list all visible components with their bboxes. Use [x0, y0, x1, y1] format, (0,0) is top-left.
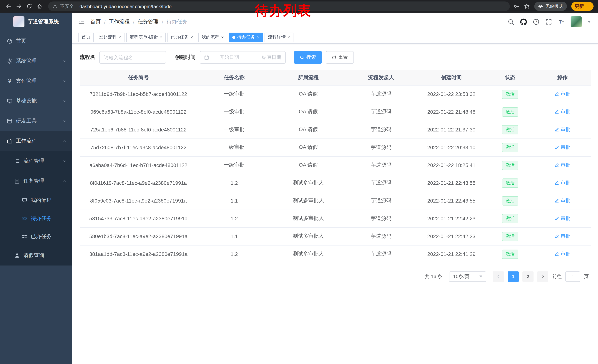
cell-status: 激活 — [486, 103, 534, 121]
tab-process-form-edit[interactable]: 流程表单-编辑 × — [126, 32, 166, 42]
sidebar-item-done-task[interactable]: 已办任务 — [0, 227, 72, 245]
date-range-separator: - — [250, 55, 251, 60]
page-button-2[interactable]: 2 — [523, 271, 533, 282]
close-icon[interactable]: × — [191, 35, 193, 40]
calendar-icon — [204, 55, 209, 60]
table-row: 8f059c03-7ac8-11ec-a9e2-a2380e71991a 1.1… — [80, 192, 590, 210]
cell-initiator: 芋道源码 — [345, 210, 417, 227]
sidebar-item-devtools[interactable]: 研发工具 — [0, 111, 72, 131]
star-icon[interactable] — [524, 3, 530, 9]
omnibox-divider — [76, 4, 77, 9]
tab-my-process[interactable]: 我的流程 × — [198, 32, 227, 42]
next-page-button[interactable] — [537, 271, 548, 282]
app-shell: 芋道管理系统 首页 系统管理 ¥ 支付管理 — [0, 13, 598, 364]
edit-icon — [555, 198, 559, 203]
chevron-down-icon — [63, 99, 67, 103]
reset-button[interactable]: 重置 — [326, 51, 354, 64]
sidebar-menu: 首页 系统管理 ¥ 支付管理 基础设施 — [0, 31, 72, 266]
cell-created: 2022-01-22 18:25:41 — [417, 156, 486, 174]
avatar-chevron-down-icon[interactable] — [588, 21, 590, 23]
forward-icon — [16, 3, 22, 9]
back-button[interactable] — [4, 1, 13, 11]
sidebar-item-task-mgmt[interactable]: 任务管理 — [0, 171, 72, 191]
approve-link[interactable]: 审批 — [555, 197, 570, 204]
kebab-menu-icon[interactable] — [586, 4, 590, 8]
column-header-process: 所属流程 — [271, 70, 345, 85]
cell-status: 激活 — [486, 85, 534, 103]
cell-status: 激活 — [486, 192, 534, 210]
update-button[interactable]: 更新 — [571, 2, 594, 11]
date-range-picker[interactable]: 开始日期 - 结束日期 — [200, 51, 286, 64]
logo-avatar — [13, 16, 25, 27]
tab-process-detail[interactable]: 流程详情 × — [265, 32, 293, 42]
app-title: 芋道管理系统 — [28, 18, 59, 25]
reload-button[interactable] — [25, 1, 34, 11]
sidebar-collapse-button[interactable] — [78, 18, 85, 25]
cell-created: 2022-01-21 22:43:55 — [417, 174, 486, 192]
page-button-1[interactable]: 1 — [507, 271, 519, 282]
sidebar-item-home[interactable]: 首页 — [0, 31, 72, 51]
sidebar-item-process-mgmt[interactable]: 流程管理 — [0, 151, 72, 171]
sidebar-item-system[interactable]: 系统管理 — [0, 51, 72, 71]
app-logo[interactable]: 芋道管理系统 — [0, 13, 72, 31]
cell-task-name: 1.2 — [197, 210, 271, 227]
cell-task-name: 1.1 — [197, 192, 271, 210]
font-size-icon[interactable]: TT — [558, 18, 565, 25]
sidebar-item-leave-query[interactable]: 请假查询 — [0, 245, 72, 266]
close-icon[interactable]: × — [119, 35, 121, 40]
top-navbar: 首页 / 工作流程 / 任务管理 / 待办任务 ? TT — [72, 13, 598, 31]
home-button[interactable] — [35, 1, 44, 11]
breadcrumb-task-mgmt[interactable]: 任务管理 — [138, 18, 158, 25]
approve-link[interactable]: 审批 — [555, 126, 570, 133]
approve-link[interactable]: 审批 — [555, 180, 570, 186]
chevron-up-icon — [63, 139, 67, 143]
sidebar-item-payment[interactable]: ¥ 支付管理 — [0, 71, 72, 91]
cell-process: OA 请假 — [271, 85, 345, 103]
tab-done-task[interactable]: 已办任务 × — [167, 32, 196, 42]
breadcrumb-separator: / — [133, 19, 134, 25]
column-header-task-id: 任务编号 — [80, 70, 197, 85]
list-icon — [14, 158, 20, 164]
breadcrumb-workflow[interactable]: 工作流程 — [109, 18, 130, 25]
search-button[interactable]: 搜索 — [294, 51, 322, 64]
cell-initiator: 芋道源码 — [345, 85, 417, 103]
monitor-icon — [7, 98, 13, 104]
prev-page-button[interactable] — [493, 271, 504, 282]
approve-link[interactable]: 审批 — [555, 233, 570, 240]
key-icon[interactable] — [514, 3, 519, 9]
sidebar: 芋道管理系统 首页 系统管理 ¥ 支付管理 — [0, 13, 72, 364]
sidebar-item-workflow[interactable]: 工作流程 — [0, 131, 72, 151]
tab-home[interactable]: 首页 — [78, 32, 94, 42]
table-row: 069c6a63-7b8a-11ec-8ef0-acde48001122 一级审… — [80, 103, 590, 121]
approve-link[interactable]: 审批 — [555, 108, 570, 115]
page-size-select[interactable]: 10条/页 — [449, 271, 486, 282]
user-avatar[interactable] — [571, 16, 582, 27]
close-icon[interactable]: × — [160, 35, 162, 40]
approve-link[interactable]: 审批 — [555, 162, 570, 169]
help-icon[interactable]: ? — [533, 18, 540, 25]
approve-link[interactable]: 审批 — [555, 91, 570, 97]
fullscreen-icon[interactable] — [545, 18, 552, 25]
sidebar-item-my-process[interactable]: 我的流程 — [0, 191, 72, 209]
approve-link[interactable]: 审批 — [555, 144, 570, 151]
tab-start-process[interactable]: 发起流程 × — [96, 32, 125, 42]
close-icon[interactable]: × — [221, 35, 224, 40]
approve-link[interactable]: 审批 — [555, 251, 570, 257]
cell-actions: 审批 — [534, 156, 590, 174]
close-icon[interactable]: × — [257, 35, 259, 40]
tab-todo-task[interactable]: 待办任务 × — [229, 32, 263, 42]
table-row: 381aa1dd-7ac8-11ec-a9e2-a2380e71991a 1.2… — [80, 245, 590, 263]
approve-link[interactable]: 审批 — [555, 215, 570, 222]
process-name-input[interactable] — [99, 51, 166, 64]
close-icon[interactable]: × — [288, 35, 290, 40]
sidebar-item-todo-task[interactable]: 待办任务 — [0, 209, 72, 227]
edit-icon — [555, 127, 559, 132]
search-icon[interactable] — [507, 18, 514, 25]
table-row: 75d72608-7b7f-11ec-a3c8-acde48001122 一级审… — [80, 138, 590, 156]
github-icon[interactable] — [520, 18, 527, 25]
sidebar-item-infrastructure[interactable]: 基础设施 — [0, 91, 72, 111]
cell-task-id: 58154733-7ac8-11ec-a9e2-a2380e71991a — [80, 210, 197, 227]
goto-page-input[interactable] — [565, 271, 580, 282]
forward-button[interactable] — [14, 1, 24, 11]
breadcrumb-home[interactable]: 首页 — [91, 18, 101, 25]
